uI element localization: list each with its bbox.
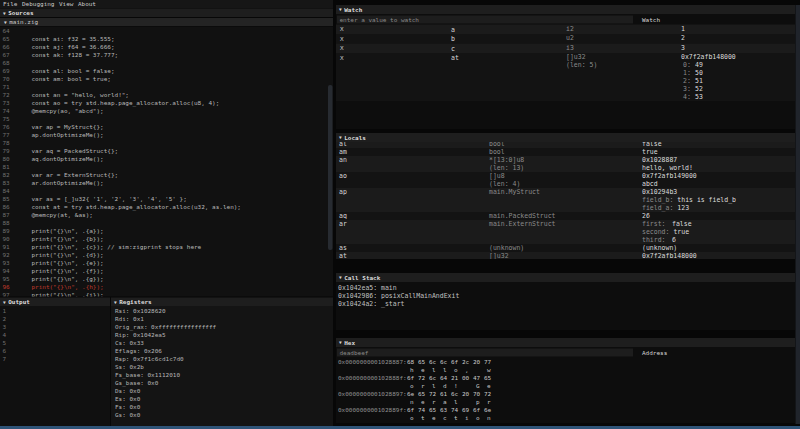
watch-name: c xyxy=(451,44,566,54)
watch-panel-header[interactable]: ▼ Watch xyxy=(336,5,795,14)
line-number[interactable]: 87 xyxy=(0,211,17,219)
watch-row[interactable]: Xai21 xyxy=(336,25,795,35)
local-value: (unknown) xyxy=(642,244,795,252)
hex-byte: 2c xyxy=(462,358,473,366)
line-number[interactable]: 68 xyxy=(0,59,17,67)
locals-row[interactable]: armain.ExternStructfirst:falsesecond:tru… xyxy=(336,220,795,244)
line-number[interactable]: 64 xyxy=(0,27,17,35)
hex-panel-header[interactable]: ▼ Hex xyxy=(336,338,795,347)
line-number[interactable]: 74 xyxy=(0,107,17,115)
line-number[interactable]: 70 xyxy=(0,75,17,83)
locals-row[interactable]: ao[]u8(len: 4)0x7f2afb149000abcd xyxy=(336,172,795,188)
locals-row[interactable]: ambooltrue xyxy=(336,148,795,156)
hex-ascii-char: r xyxy=(429,398,440,406)
local-name: ar xyxy=(336,220,489,228)
line-number[interactable]: 71 xyxy=(0,83,17,91)
line-number[interactable]: 83 xyxy=(0,179,17,187)
line-number[interactable]: 90 xyxy=(0,235,17,243)
hex-ascii-row: neralpr xyxy=(336,398,795,406)
code-text: print("{}\n", .{b}); xyxy=(17,235,104,243)
line-number[interactable]: 73 xyxy=(0,99,17,107)
registers-panel-header[interactable]: ▼ Registers xyxy=(111,298,333,307)
menu-item-about[interactable]: About xyxy=(78,1,96,8)
call-stack-frame[interactable]: 0x1042986: posixCallMainAndExit xyxy=(338,292,795,300)
line-number[interactable]: 80 xyxy=(0,155,17,163)
menu-item-view[interactable]: View xyxy=(59,1,73,8)
line-number[interactable]: 84 xyxy=(0,187,17,195)
output-line-number: 1 xyxy=(0,307,110,315)
watch-row[interactable]: Xat[]u32(len: 5)0x7f2afb1480000:491:502:… xyxy=(336,53,795,101)
watch-value-main: 2 xyxy=(681,34,795,42)
line-number[interactable]: 79 xyxy=(0,147,17,155)
register-entry: Es: 0x0 xyxy=(115,395,333,403)
local-type-main: main.ExternStruct xyxy=(489,220,642,228)
hex-address-input[interactable] xyxy=(337,349,633,357)
line-number[interactable]: 89 xyxy=(0,227,17,235)
hex-ascii-spacer xyxy=(336,398,407,406)
code-line: 69 const al: bool = false; xyxy=(0,67,333,75)
line-number[interactable]: 94 xyxy=(0,267,17,275)
line-number[interactable]: 81 xyxy=(0,163,17,171)
line-number[interactable]: 95 xyxy=(0,275,17,283)
locals-row[interactable]: an*[13:0]u8(len: 13)0x1028887hello, worl… xyxy=(336,156,795,172)
code-text: ar.dontOptimizeMe(); xyxy=(17,179,104,187)
locals-panel-header[interactable]: ▼ Locals xyxy=(336,133,795,142)
watch-child-index: 4: xyxy=(681,93,695,101)
watch-input[interactable] xyxy=(337,16,633,24)
watch-row[interactable]: Xbu22 xyxy=(336,34,795,44)
right-scrollbar[interactable] xyxy=(796,5,800,424)
menu-item-debugging[interactable]: Debugging xyxy=(22,1,55,8)
line-number[interactable]: 66 xyxy=(0,43,17,51)
call-stack-frame[interactable]: 0x10424a2: _start xyxy=(338,300,795,308)
output-panel-header[interactable]: ▼ Output xyxy=(0,298,110,307)
line-number[interactable]: 77 xyxy=(0,131,17,139)
hex-byte: 64 xyxy=(440,374,451,382)
code-line: 66 const aj: f64 = 36.666; xyxy=(0,43,333,51)
menu-item-file[interactable]: File xyxy=(3,1,17,8)
line-number[interactable]: 88 xyxy=(0,219,17,227)
watch-add-button[interactable]: Watch xyxy=(642,16,660,23)
source-scrollbar[interactable] xyxy=(328,85,333,250)
file-tab-main-zig[interactable]: ▼ main.zig xyxy=(0,18,333,26)
line-number[interactable]: 72 xyxy=(0,91,17,99)
delete-watch-button[interactable]: X xyxy=(336,34,451,44)
hex-ascii-char: e xyxy=(484,382,495,390)
code-text: const ao = try std.heap.page_allocator.a… xyxy=(17,99,219,107)
delete-watch-button[interactable]: X xyxy=(336,53,451,63)
hex-byte: 70 xyxy=(462,422,473,424)
hex-byte: 69 xyxy=(462,406,473,414)
local-field: field_b:this is field_b xyxy=(642,196,795,204)
line-number[interactable]: 82 xyxy=(0,171,17,179)
delete-watch-button[interactable]: X xyxy=(336,25,451,35)
sources-panel-header[interactable]: ▼ Sources xyxy=(0,9,333,18)
line-number[interactable]: 92 xyxy=(0,251,17,259)
local-type-main: main.PackedStruct xyxy=(489,212,642,220)
line-number[interactable]: 91 xyxy=(0,243,17,251)
line-number[interactable]: 96 xyxy=(0,283,17,291)
line-number[interactable]: 67 xyxy=(0,51,17,59)
delete-watch-button[interactable]: X xyxy=(336,44,451,54)
hex-ascii-row: otection xyxy=(336,414,795,422)
code-text: print("{}\n", .{i}); xyxy=(17,291,104,297)
locals-row[interactable]: at[]u320x7f2afb148000 xyxy=(336,252,795,259)
locals-row[interactable]: apmain.MyStruct0x10294b3field_b:this is … xyxy=(336,188,795,212)
line-number[interactable]: 65 xyxy=(0,35,17,43)
hex-byte: 6e xyxy=(407,390,418,398)
line-number[interactable]: 76 xyxy=(0,123,17,131)
register-entry: Rsp: 0x7f1c6cd1c7d0 xyxy=(115,355,333,363)
call-stack-panel-header[interactable]: ▼ Call Stack xyxy=(336,273,795,282)
call-stack-frame[interactable]: 0x1042ea5: main xyxy=(338,284,795,292)
line-number[interactable]: 75 xyxy=(0,115,17,123)
line-number[interactable]: 97 xyxy=(0,291,17,297)
watch-row[interactable]: Xci33 xyxy=(336,44,795,54)
locals-row[interactable]: as(unknown)(unknown) xyxy=(336,244,795,252)
line-number[interactable]: 85 xyxy=(0,195,17,203)
hex-ascii-char: t xyxy=(418,414,429,422)
line-number[interactable]: 78 xyxy=(0,139,17,147)
locals-row[interactable]: aqmain.PackedStruct26 xyxy=(336,212,795,220)
hex-address-button[interactable]: Address xyxy=(642,349,667,356)
line-number[interactable]: 69 xyxy=(0,67,17,75)
hex-ascii-char: o xyxy=(407,382,418,390)
line-number[interactable]: 93 xyxy=(0,259,17,267)
line-number[interactable]: 86 xyxy=(0,203,17,211)
